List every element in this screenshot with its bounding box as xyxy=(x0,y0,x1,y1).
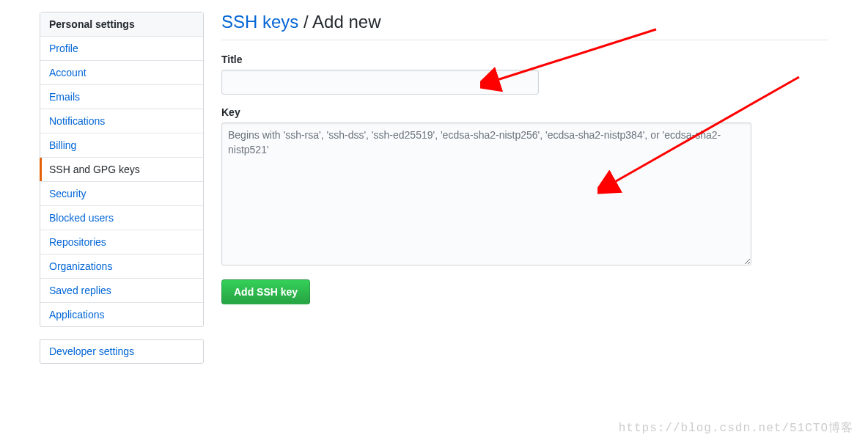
add-ssh-key-button[interactable]: Add SSH key xyxy=(221,279,310,304)
sidebar-item-blocked-users[interactable]: Blocked users xyxy=(40,206,203,230)
watermark: https://blog.csdn.net/51CTO博客 xyxy=(619,420,853,436)
breadcrumb-sep: / xyxy=(298,12,312,32)
sidebar-item-applications[interactable]: Applications xyxy=(40,303,203,326)
personal-settings-menu: Personal settings Profile Account Emails… xyxy=(40,12,204,327)
page-title: SSH keys / Add new xyxy=(221,12,828,32)
sidebar-item-developer-settings[interactable]: Developer settings xyxy=(40,340,203,363)
page-subhead: SSH keys / Add new xyxy=(221,12,828,40)
sidebar-item-notifications[interactable]: Notifications xyxy=(40,109,203,133)
title-label: Title xyxy=(221,54,828,65)
sidebar-item-ssh-gpg-keys[interactable]: SSH and GPG keys xyxy=(40,158,203,182)
menu-heading: Personal settings xyxy=(40,12,203,37)
key-label: Key xyxy=(221,106,828,118)
sidebar-item-account[interactable]: Account xyxy=(40,61,203,85)
sidebar-item-organizations[interactable]: Organizations xyxy=(40,255,203,279)
title-input[interactable] xyxy=(221,70,539,95)
key-textarea[interactable] xyxy=(221,122,751,266)
sidebar-item-repositories[interactable]: Repositories xyxy=(40,230,203,255)
title-form-group: Title xyxy=(221,54,828,95)
sidebar-item-saved-replies[interactable]: Saved replies xyxy=(40,279,203,303)
breadcrumb-link[interactable]: SSH keys xyxy=(221,12,298,32)
main-content: SSH keys / Add new Title Key Add SSH key xyxy=(221,12,868,376)
sidebar-item-profile[interactable]: Profile xyxy=(40,37,203,61)
developer-settings-menu: Developer settings xyxy=(40,339,204,364)
settings-sidebar: Personal settings Profile Account Emails… xyxy=(40,12,204,376)
sidebar-item-emails[interactable]: Emails xyxy=(40,85,203,109)
key-form-group: Key xyxy=(221,106,828,268)
sidebar-item-security[interactable]: Security xyxy=(40,182,203,206)
breadcrumb-current: Add new xyxy=(312,12,380,32)
sidebar-item-billing[interactable]: Billing xyxy=(40,133,203,158)
